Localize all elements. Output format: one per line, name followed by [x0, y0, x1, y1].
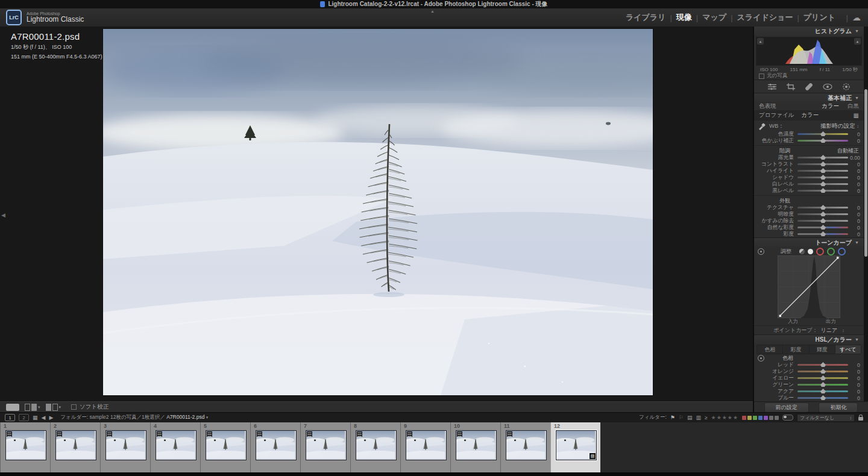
point-curve-row[interactable]: ポイントカーブ： リニア ↕ — [754, 325, 864, 334]
before-after-lr-button[interactable]: ▾ — [25, 404, 40, 411]
channel-green-icon[interactable] — [827, 248, 835, 255]
star-icon[interactable]: ★ — [722, 415, 728, 421]
slider-value[interactable]: 0 — [848, 131, 860, 137]
unedited-filter-icon[interactable]: ▥ — [696, 415, 701, 421]
wb-value[interactable]: 撮影時の設定 — [820, 122, 855, 130]
filmstrip-breadcrumb[interactable]: フォルダー: sample2 12枚の写真／1枚選択／ A7R00011-2.p… — [60, 414, 208, 421]
photo-thumbnail[interactable] — [506, 430, 547, 460]
slider-knob[interactable] — [820, 175, 826, 180]
crop-tool-icon[interactable] — [787, 83, 795, 90]
slider-knob[interactable] — [820, 155, 826, 160]
panel-scrollbar[interactable] — [864, 27, 868, 401]
filmstrip-cell[interactable]: 2 — [50, 422, 100, 472]
profile-value[interactable]: カラー — [801, 111, 819, 119]
targeted-adjustment-icon[interactable] — [758, 355, 764, 362]
slider-value[interactable]: 0 — [848, 161, 860, 168]
photo-thumbnail[interactable] — [55, 430, 96, 460]
point-curve-dropdown-icon[interactable]: ↕ — [842, 328, 844, 333]
slider-track[interactable] — [797, 390, 848, 392]
module-5[interactable]: プリント — [804, 12, 835, 23]
star-icon[interactable]: ★ — [717, 415, 722, 421]
slider-value[interactable]: 0 — [848, 369, 860, 375]
slider-knob[interactable] — [820, 131, 826, 136]
treatment-option[interactable]: カラー — [822, 102, 839, 109]
hsl-tab[interactable]: すべて — [835, 345, 861, 354]
color-label-chip[interactable] — [775, 416, 779, 420]
filmstrip-cell[interactable]: 9 — [400, 422, 450, 472]
slider-value[interactable]: 0 — [848, 138, 860, 144]
top-panel-collapse-icon[interactable]: ▲ — [430, 9, 435, 13]
hsl-tab[interactable]: 彩度 — [782, 345, 808, 354]
auto-tone-button[interactable]: 自動補正 — [837, 147, 859, 155]
heal-tool-icon[interactable] — [805, 83, 813, 90]
slider-value[interactable]: 0 — [848, 211, 860, 218]
slider-value[interactable]: 0 — [848, 188, 860, 194]
forward-arrow-icon[interactable]: ▶ — [49, 415, 53, 421]
slider-track[interactable] — [797, 364, 848, 366]
slider-knob[interactable] — [820, 211, 826, 216]
channel-blue-icon[interactable] — [838, 248, 846, 255]
slider-track[interactable] — [797, 233, 848, 235]
color-label-chip[interactable] — [747, 416, 752, 420]
profile-browser-icon[interactable]: ▦ — [854, 112, 859, 119]
photo-thumbnail[interactable] — [5, 430, 46, 460]
back-arrow-icon[interactable]: ◀ — [42, 415, 46, 421]
point-curve-value[interactable]: リニア — [821, 327, 838, 334]
tone-curve-widget[interactable] — [754, 255, 864, 318]
slider-knob[interactable] — [820, 369, 826, 374]
original-photo-row[interactable]: 元の写真 — [754, 72, 864, 80]
before-after-tb-button[interactable]: ▾ — [46, 404, 61, 411]
photo-thumbnail[interactable] — [206, 430, 247, 460]
filmstrip-cell[interactable]: 8 — [350, 422, 400, 472]
slider-track[interactable] — [797, 190, 848, 192]
edit-tool-icon[interactable] — [767, 83, 777, 90]
slider-value[interactable]: 0 — [848, 175, 860, 181]
lock-icon[interactable] — [858, 417, 863, 421]
slider-knob[interactable] — [820, 395, 826, 400]
slider-track[interactable] — [797, 157, 848, 158]
channel-parametric-icon[interactable] — [799, 249, 805, 254]
color-label-chip[interactable] — [758, 416, 763, 420]
photo-thumbnail[interactable] — [306, 430, 347, 460]
redeye-tool-icon[interactable] — [823, 83, 832, 90]
filmstrip-cell[interactable]: 1 — [0, 422, 50, 472]
titlebar[interactable]: Lightroom Catalog-2-2-v12.lrcat - Adobe … — [0, 0, 868, 8]
slider-track[interactable] — [797, 133, 848, 135]
color-label-chip[interactable] — [753, 416, 757, 420]
basic-header[interactable]: 基本補正 ▼ — [754, 93, 864, 102]
slider-track[interactable] — [797, 227, 848, 228]
grid-view-icon[interactable]: ▦ — [33, 415, 38, 421]
photo-thumbnail[interactable] — [356, 430, 397, 460]
slider-knob[interactable] — [820, 218, 826, 223]
color-label-chip[interactable] — [764, 416, 768, 420]
slider-knob[interactable] — [820, 161, 826, 166]
slider-value[interactable]: 0 — [848, 362, 860, 368]
filmstrip-cell[interactable]: 11 — [500, 422, 550, 472]
slider-knob[interactable] — [820, 389, 826, 393]
photo-thumbnail[interactable] — [406, 430, 447, 460]
slider-knob[interactable] — [820, 382, 826, 387]
reset-button[interactable]: 初期化 — [819, 402, 858, 413]
filmstrip-cell[interactable]: 12 ▨ — [550, 422, 600, 472]
treatment-option[interactable]: 白黒 — [848, 102, 859, 109]
slider-value[interactable]: 0.00 — [848, 155, 860, 161]
slider-value[interactable]: 0 — [848, 218, 860, 224]
slider-value[interactable]: 0 — [848, 168, 860, 174]
slider-value[interactable]: 0 — [848, 395, 860, 401]
slider-value[interactable]: 0 — [848, 205, 860, 211]
second-window-button[interactable]: 2 — [19, 414, 29, 421]
channel-point-icon[interactable] — [808, 249, 813, 254]
photo-thumbnail[interactable] — [105, 430, 146, 460]
slider-knob[interactable] — [820, 205, 826, 210]
slider-track[interactable] — [797, 170, 848, 172]
slider-knob[interactable] — [820, 362, 826, 367]
slider-track[interactable] — [797, 377, 848, 379]
star-icon[interactable]: ★ — [733, 415, 738, 421]
soft-proof-control[interactable]: ソフト校正 — [71, 403, 108, 411]
profile-row[interactable]: プロファイル カラー ▦ — [754, 110, 864, 121]
main-window-button[interactable]: 1 — [5, 414, 15, 421]
tone-curve-header[interactable]: トーンカーブ ▼ — [754, 237, 864, 247]
flag-reject-icon[interactable]: ⚐ — [679, 415, 684, 421]
histogram[interactable]: ▲ ▲ — [756, 37, 862, 66]
slider-knob[interactable] — [820, 138, 826, 143]
